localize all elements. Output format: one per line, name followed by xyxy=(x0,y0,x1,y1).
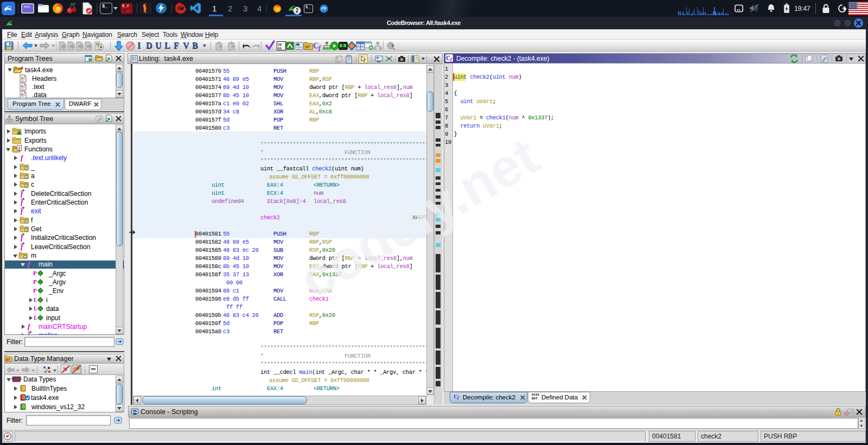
svg-text:DT: DT xyxy=(6,358,10,361)
svg-text:DT: DT xyxy=(305,45,310,49)
